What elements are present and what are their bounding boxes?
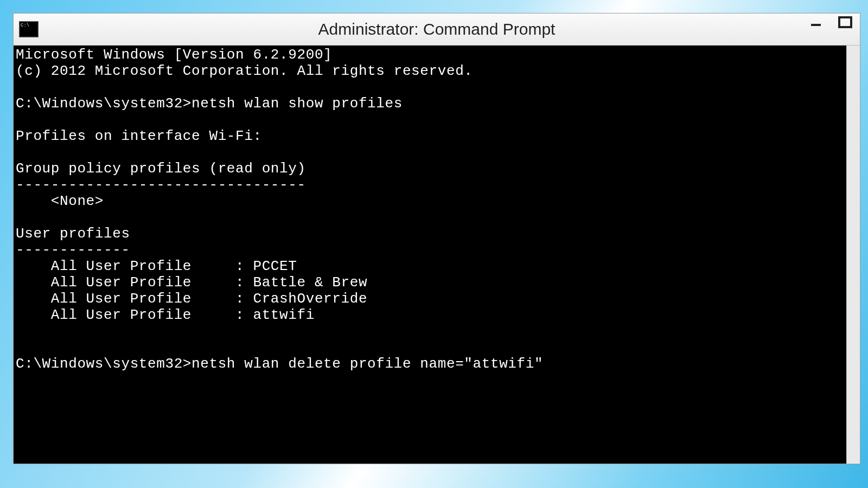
console-line: All User Profile : attwifi (16, 307, 315, 323)
vertical-scrollbar[interactable] (846, 46, 860, 464)
console-line: User profiles (16, 226, 130, 242)
command-prompt-window: Administrator: Command Prompt Microsoft … (13, 13, 860, 464)
console-output[interactable]: Microsoft Windows [Version 6.2.9200] (c)… (14, 46, 846, 464)
svg-rect-0 (811, 24, 821, 26)
maximize-button[interactable] (831, 14, 860, 32)
console-line: C:\Windows\system32>netsh wlan delete pr… (16, 356, 543, 372)
console-line: Profiles on interface Wi-Fi: (16, 128, 262, 144)
console-line: ------------- (16, 242, 130, 258)
console-line: All User Profile : CrashOverride (16, 291, 367, 307)
console-line: <None> (16, 193, 104, 209)
console-line: Microsoft Windows [Version 6.2.9200] (16, 47, 332, 63)
minimize-icon (809, 16, 822, 29)
client-area: Microsoft Windows [Version 6.2.9200] (c)… (14, 46, 860, 464)
window-title: Administrator: Command Prompt (14, 20, 860, 38)
minimize-button[interactable] (801, 14, 831, 32)
svg-rect-1 (839, 17, 851, 27)
console-line: All User Profile : Battle & Brew (16, 274, 367, 291)
titlebar[interactable]: Administrator: Command Prompt (14, 14, 860, 46)
console-line: Group policy profiles (read only) (16, 160, 306, 177)
window-controls (801, 14, 860, 45)
console-line: C:\Windows\system32>netsh wlan show prof… (16, 95, 403, 112)
console-line: --------------------------------- (16, 177, 306, 193)
system-menu-icon[interactable] (19, 21, 39, 37)
console-line: (c) 2012 Microsoft Corporation. All righ… (16, 63, 473, 79)
desktop-background: Administrator: Command Prompt Microsoft … (0, 0, 868, 488)
console-line: All User Profile : PCCET (16, 258, 297, 274)
maximize-icon (838, 16, 852, 29)
